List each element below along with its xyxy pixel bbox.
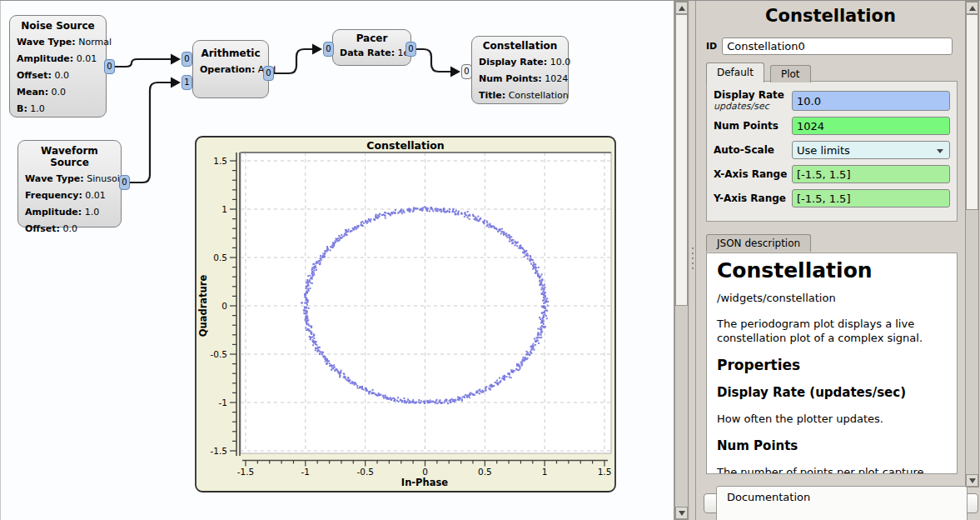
arrowhead-icon — [312, 44, 322, 55]
panel-scrollbar[interactable] — [965, 1, 979, 488]
port-arithmetic-in1[interactable]: 1 — [182, 75, 192, 90]
scroll-down-arrow-icon[interactable] — [675, 507, 688, 519]
field-label-display-rate: Display Rateupdates/sec — [714, 90, 792, 112]
block-title: Arithmetic — [200, 48, 261, 59]
display-rate-input[interactable] — [792, 91, 950, 111]
svg-text:1: 1 — [542, 467, 548, 477]
canvas-scrollbar[interactable] — [674, 1, 689, 520]
svg-text:0: 0 — [422, 467, 428, 477]
tab-json-description[interactable]: JSON description — [706, 234, 811, 252]
tab-default[interactable]: Default — [706, 62, 764, 82]
y-axis-label: Quadrature — [197, 275, 209, 338]
auto-scale-select[interactable]: Use limits — [792, 141, 950, 159]
port-constellation-in[interactable]: 0 — [461, 64, 472, 79]
port-noise-out[interactable]: 0 — [104, 59, 115, 74]
num-points-input[interactable] — [792, 117, 950, 135]
svg-text:-0.5: -0.5 — [356, 467, 374, 477]
scroll-up-arrow-icon[interactable] — [966, 2, 978, 14]
wire-pacer-to-constellation[interactable] — [416, 49, 450, 72]
svg-text:-1.5: -1.5 — [237, 467, 255, 477]
port-pacer-out[interactable]: 0 — [405, 42, 416, 57]
tab-documentation[interactable]: Documentation — [716, 486, 968, 520]
scroll-up-arrow-icon[interactable] — [675, 2, 688, 14]
svg-text:0: 0 — [221, 301, 227, 311]
field-label-auto-scale: Auto-Scale — [714, 145, 792, 156]
pane-divider[interactable] — [689, 1, 696, 520]
flowgraph-canvas[interactable]: Noise Source Wave Type: Normal Amplitude… — [0, 1, 674, 520]
application-window: Noise Source Wave Type: Normal Amplitude… — [0, 0, 980, 520]
arrowhead-icon — [450, 67, 460, 78]
scroll-down-arrow-icon[interactable] — [966, 474, 978, 487]
tab-plot[interactable]: Plot — [770, 65, 811, 82]
block-title: Waveform Source — [25, 145, 114, 168]
field-label-x-axis-range: X-Axis Range — [714, 169, 792, 180]
svg-text:-1: -1 — [219, 398, 227, 408]
block-noise-source[interactable]: Noise Source Wave Type: Normal Amplitude… — [9, 15, 107, 118]
svg-text:1.5: 1.5 — [213, 156, 227, 166]
constellation-plot: Constellation -1.5-1-0.500.511.5-1.5-1-0… — [195, 136, 616, 492]
doc-tabs: Documentation JSON description — [706, 234, 813, 253]
id-label: ID — [706, 41, 717, 52]
port-pacer-in[interactable]: 0 — [323, 42, 334, 57]
id-row: ID — [706, 38, 956, 55]
svg-text:0.5: 0.5 — [478, 467, 492, 477]
y-axis-range-input[interactable] — [792, 189, 950, 208]
block-constellation[interactable]: Constellation Display Rate: 10.0 Num Poi… — [471, 36, 569, 104]
block-title: Constellation — [479, 40, 561, 52]
x-axis-label: In-Phase — [401, 477, 448, 488]
plot-title: Constellation — [366, 139, 444, 152]
wire-waveform-to-arithmetic[interactable] — [130, 82, 171, 182]
arrowhead-icon — [171, 54, 181, 65]
field-label-y-axis-range: Y-Axis Range — [714, 193, 792, 204]
documentation-content: Constellation /widgets/constellation The… — [706, 252, 958, 474]
field-label-num-points: Num Points — [714, 121, 792, 132]
svg-text:1.5: 1.5 — [598, 467, 612, 477]
divider-grip-icon — [692, 248, 694, 272]
block-waveform-source[interactable]: Waveform Source Wave Type: Sinusoid Freq… — [17, 140, 122, 228]
properties-panel: Constellation ID Default Plot Display Ra… — [696, 1, 980, 520]
port-waveform-out[interactable]: 0 — [119, 175, 130, 190]
doc-widget-path: /widgets/constellation — [717, 291, 947, 305]
canvas-scrollbar-thumb[interactable] — [675, 14, 688, 306]
block-pacer[interactable]: Pacer Data Rate: 1e6 — [332, 29, 411, 66]
port-arithmetic-in0[interactable]: 0 — [182, 52, 192, 67]
x-axis-range-input[interactable] — [792, 165, 950, 183]
svg-text:-1.5: -1.5 — [211, 446, 228, 456]
wire-arithmetic-to-pacer[interactable] — [274, 49, 312, 73]
block-title: Pacer — [340, 32, 404, 44]
panel-scrollbar-thumb[interactable] — [966, 14, 978, 210]
svg-text:1: 1 — [221, 204, 227, 214]
doc-heading: Constellation — [717, 263, 947, 278]
svg-text:-1: -1 — [301, 467, 310, 477]
panel-title: Constellation — [696, 6, 965, 26]
block-arithmetic[interactable]: Arithmetic Operation: Add — [192, 40, 269, 98]
svg-text:-0.5: -0.5 — [211, 349, 228, 359]
wire-noise-to-arithmetic[interactable] — [115, 59, 171, 67]
port-arithmetic-out[interactable]: 0 — [263, 66, 274, 81]
chevron-down-icon — [937, 149, 943, 153]
svg-text:0.5: 0.5 — [213, 252, 227, 262]
arrowhead-icon — [171, 78, 181, 88]
block-title: Noise Source — [17, 20, 99, 32]
param-group: Display Rateupdates/sec Num Points Auto-… — [706, 81, 958, 222]
id-input[interactable] — [722, 38, 953, 55]
param-tabs: Default Plot — [706, 62, 813, 82]
